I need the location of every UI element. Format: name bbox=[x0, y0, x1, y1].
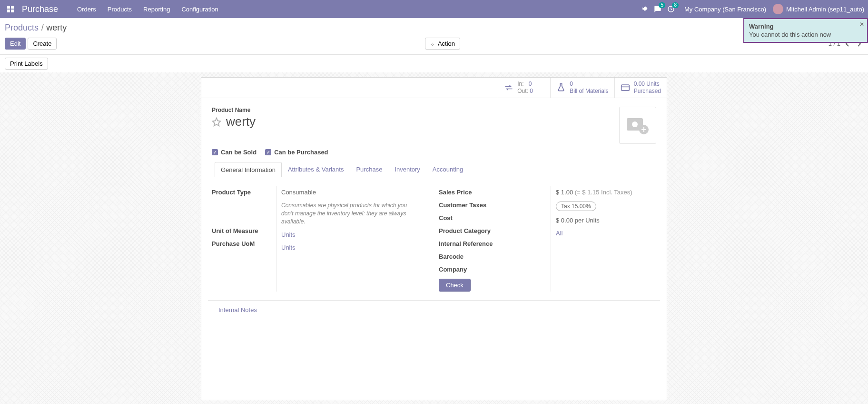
check-button[interactable]: Check bbox=[439, 279, 471, 292]
svg-point-7 bbox=[632, 121, 638, 127]
activities-icon[interactable]: 8 bbox=[667, 5, 675, 13]
stat-purchased-button[interactable]: 0.00 Units Purchased bbox=[614, 78, 667, 98]
product-flags: ✓ Can be Sold ✓ Can be Purchased bbox=[201, 148, 667, 162]
sales-price-label: Sales Price bbox=[439, 189, 517, 196]
tab-attributes-variants[interactable]: Attributes & Variants bbox=[282, 162, 350, 177]
cost-value: $ 0.00 per Units bbox=[556, 217, 656, 224]
stat-in-value: 0 bbox=[529, 81, 532, 87]
form-body: Product Type Unit of Measure Purchase Uo… bbox=[201, 177, 667, 300]
apps-icon[interactable] bbox=[7, 5, 19, 13]
menu-products[interactable]: Products bbox=[108, 6, 132, 13]
internal-notes-link[interactable]: Internal Notes bbox=[208, 300, 660, 331]
debug-icon[interactable] bbox=[641, 6, 648, 12]
menu-reporting[interactable]: Reporting bbox=[143, 6, 170, 13]
can-be-sold-checkbox[interactable]: ✓ Can be Sold bbox=[212, 149, 256, 156]
action-button-label: Action bbox=[438, 40, 455, 47]
company-label: Company bbox=[439, 266, 517, 273]
create-button[interactable]: Create bbox=[28, 38, 57, 50]
barcode-label: Barcode bbox=[439, 253, 517, 260]
product-category-label: Product Category bbox=[439, 227, 517, 234]
svg-rect-3 bbox=[11, 10, 14, 12]
transfer-icon bbox=[504, 83, 513, 92]
canvas: In: 0 Out: 0 0 Bill of Materials 0.0 bbox=[0, 72, 868, 404]
stat-bom-label: Bill of Materials bbox=[570, 88, 608, 95]
stat-out-value: 0 bbox=[530, 88, 533, 94]
breadcrumb-current: werty bbox=[46, 23, 67, 32]
form-column-left: Product Type Unit of Measure Purchase Uo… bbox=[212, 186, 439, 292]
messages-icon[interactable]: 5 bbox=[654, 5, 661, 13]
print-labels-button[interactable]: Print Labels bbox=[5, 58, 48, 70]
toast-message: You cannot do this action now bbox=[749, 31, 862, 38]
messages-badge: 5 bbox=[659, 2, 665, 8]
uom-value[interactable]: Units bbox=[281, 231, 429, 238]
stat-out-label: Out: bbox=[517, 88, 528, 94]
checkmark-icon: ✓ bbox=[212, 149, 218, 155]
stat-purchased-label: Purchased bbox=[634, 88, 661, 95]
product-category-value[interactable]: All bbox=[556, 230, 656, 237]
svg-rect-0 bbox=[7, 6, 10, 9]
can-be-purchased-label: Can be Purchased bbox=[274, 149, 328, 156]
product-name-label: Product Name bbox=[212, 107, 619, 113]
activities-badge: 8 bbox=[672, 2, 679, 8]
breadcrumb-separator: / bbox=[41, 23, 44, 32]
svg-rect-1 bbox=[11, 6, 14, 9]
stat-in-out-button[interactable]: In: 0 Out: 0 bbox=[498, 78, 550, 98]
toast-title: Warning bbox=[749, 23, 862, 30]
tab-accounting[interactable]: Accounting bbox=[426, 162, 469, 177]
tab-inventory[interactable]: Inventory bbox=[388, 162, 426, 177]
menu-configuration[interactable]: Configuration bbox=[181, 6, 218, 13]
user-avatar[interactable] bbox=[773, 4, 783, 14]
edit-button[interactable]: Edit bbox=[5, 38, 26, 50]
svg-rect-5 bbox=[621, 85, 629, 91]
top-nav: Purchase Orders Products Reporting Confi… bbox=[0, 0, 868, 18]
toast-close-icon[interactable]: ✕ bbox=[859, 21, 864, 28]
breadcrumb-root[interactable]: Products bbox=[5, 23, 39, 32]
internal-reference-value bbox=[556, 242, 656, 250]
stat-purchased-value: 0.00 Units bbox=[634, 81, 661, 88]
barcode-value bbox=[556, 255, 656, 263]
product-tabs: General Information Attributes & Variant… bbox=[208, 162, 660, 177]
can-be-purchased-checkbox[interactable]: ✓ Can be Purchased bbox=[265, 149, 328, 156]
product-type-value: Consumable bbox=[281, 189, 429, 196]
product-type-hint: Consumables are physical products for wh… bbox=[281, 202, 414, 225]
form-column-right: Sales Price Customer Taxes Cost Product … bbox=[439, 186, 656, 292]
product-header: Product Name werty bbox=[201, 98, 667, 148]
customer-taxes-label: Customer Taxes bbox=[439, 202, 517, 209]
stat-in-label: In: bbox=[517, 81, 523, 87]
flask-icon bbox=[556, 83, 566, 92]
credit-card-icon bbox=[621, 83, 630, 92]
warning-toast: ✕ Warning You cannot do this action now bbox=[743, 18, 868, 43]
svg-rect-2 bbox=[7, 10, 10, 12]
company-name[interactable]: My Company (San Francisco) bbox=[684, 6, 766, 13]
action-button[interactable]: Action bbox=[425, 38, 460, 50]
sales-price-value: $ 1.00 (= $ 1.15 Incl. Taxes) bbox=[556, 189, 656, 196]
purchase-uom-value[interactable]: Units bbox=[281, 244, 429, 251]
tab-general-information[interactable]: General Information bbox=[215, 162, 282, 177]
user-name[interactable]: Mitchell Admin (sep11_auto) bbox=[786, 6, 864, 13]
cost-label: Cost bbox=[439, 214, 517, 222]
menu-orders[interactable]: Orders bbox=[77, 6, 96, 13]
stat-bar: In: 0 Out: 0 0 Bill of Materials 0.0 bbox=[201, 78, 667, 98]
can-be-sold-label: Can be Sold bbox=[221, 149, 256, 156]
purchase-uom-label: Purchase UoM bbox=[212, 240, 276, 247]
stat-bom-button[interactable]: 0 Bill of Materials bbox=[550, 78, 614, 98]
product-name: werty bbox=[226, 114, 256, 129]
internal-reference-label: Internal Reference bbox=[439, 240, 517, 247]
stat-bom-value: 0 bbox=[570, 81, 608, 88]
favorite-star-icon[interactable] bbox=[212, 117, 221, 127]
checkmark-icon: ✓ bbox=[265, 149, 271, 155]
breadcrumb: Products / werty bbox=[0, 18, 868, 35]
tab-purchase[interactable]: Purchase bbox=[350, 162, 388, 177]
sub-toolbar: Print Labels bbox=[0, 55, 868, 72]
uom-label: Unit of Measure bbox=[212, 227, 276, 234]
customer-taxes-value: Tax 15.00% bbox=[556, 202, 656, 211]
control-panel: Products / werty Edit Create Action 1 / … bbox=[0, 18, 868, 55]
product-type-label: Product Type bbox=[212, 189, 276, 196]
app-title[interactable]: Purchase bbox=[22, 4, 58, 14]
form-sheet: In: 0 Out: 0 0 Bill of Materials 0.0 bbox=[201, 77, 667, 400]
product-image-placeholder[interactable] bbox=[619, 107, 656, 144]
company-value bbox=[556, 268, 656, 275]
